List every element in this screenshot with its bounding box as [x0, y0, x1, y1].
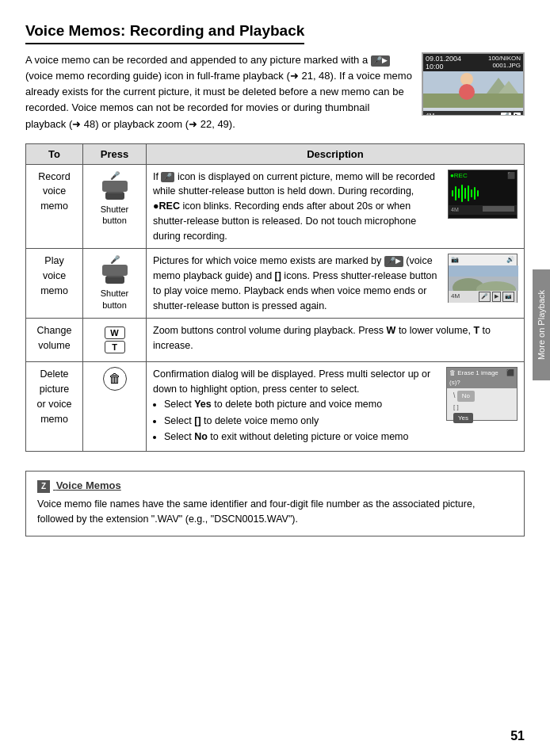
rec-bar: [483, 206, 514, 212]
wave-1: [452, 190, 453, 197]
desc-volume-text: Zoom buttons control volume during playb…: [153, 325, 491, 351]
press-delete: 🗑: [83, 362, 147, 452]
rec-waveform: [449, 181, 517, 205]
shutter-button-icon-play: 🎤 Shutterbutton: [90, 254, 139, 311]
table-row-play: Play voicememo 🎤 Shutterbutton: [26, 249, 525, 319]
desc-delete: 🗑 Erase 1 image (s)? ⬛ \ No [ ]: [147, 362, 525, 452]
svg-rect-12: [102, 265, 128, 276]
cam-photo-svg: [423, 71, 523, 108]
intro-text: A voice memo can be recorded and appende…: [25, 52, 412, 132]
play-icon-play: ▶: [492, 292, 501, 302]
wave-3: [458, 189, 460, 198]
sidebar-tab-label: More on Playback: [537, 290, 546, 360]
cam-resolution: 4M: [426, 112, 434, 116]
note-icon: Z: [37, 480, 50, 493]
trash-icon: 🗑: [103, 367, 127, 391]
cam-bottom: 4M 🎤 ▶: [423, 111, 523, 116]
bracket-bold: []: [194, 415, 201, 426]
volume-label: Changevolume: [37, 325, 72, 351]
del-yes-button: Yes: [453, 413, 473, 423]
cam-top-bar: 09.01.200410:00 100/NIKON0001.JPG: [423, 54, 523, 71]
wave-2: [455, 186, 456, 200]
shutter-button-icon: 🎤 Shutterbutton: [90, 170, 139, 227]
note-title-text: Voice Memos: [56, 479, 121, 491]
del-top-bar: 🗑 Erase 1 image (s)? ⬛: [447, 368, 517, 388]
svg-text:🎤: 🎤: [110, 170, 120, 181]
delete-option-no: Select No to exit without deleting pictu…: [164, 430, 518, 445]
desc-volume: Zoom buttons control volume during playb…: [147, 319, 525, 362]
play-top-right: 🔊: [506, 255, 514, 265]
svg-rect-8: [102, 181, 128, 192]
play-bottom-left: 4M: [451, 292, 460, 302]
play-icon-camera: 📷: [502, 292, 514, 302]
play-icon-mic: 🎤: [479, 292, 491, 302]
del-no-row: \ No: [453, 390, 510, 402]
press-record: 🎤 Shutterbutton: [83, 164, 147, 249]
play-top-bar: 📷 🔊: [449, 254, 517, 265]
svg-text:🎤: 🎤: [110, 254, 120, 265]
page-title: Voice Memos: Recording and Playback: [25, 22, 304, 44]
shutter-label: Shutterbutton: [90, 204, 139, 227]
delete-label: Deletepictureor voicememo: [37, 368, 72, 424]
rec-bottom: 4M: [449, 205, 517, 216]
to-volume: Changevolume: [26, 319, 83, 362]
play-inline-bracket: []: [275, 270, 281, 281]
t-button: T: [105, 341, 125, 353]
rec-indicator: ●REC: [450, 171, 468, 181]
play-inline-mic: 🎤▶: [384, 256, 403, 267]
wave-6: [468, 185, 469, 201]
to-delete: Deletepictureor voicememo: [26, 362, 83, 452]
svg-point-5: [459, 84, 475, 100]
header-press: Press: [83, 143, 147, 164]
rec-inline-icon: 🎤: [161, 172, 174, 183]
intro-area: A voice memo can be recorded and appende…: [25, 52, 525, 132]
shutter-label-play: Shutterbutton: [90, 288, 139, 311]
wave-5: [464, 188, 466, 199]
play-body: [449, 265, 517, 291]
header-description: Description: [147, 143, 525, 164]
rec-corner: ⬛: [507, 171, 515, 181]
desc-play-text: Pictures for which voice memo exists are…: [153, 255, 437, 311]
cam-icons: 🎤 ▶: [501, 113, 521, 116]
play-bottom-bar: 4M 🎤 ▶ 📷: [449, 291, 517, 303]
del-corner: ⬛: [506, 368, 514, 388]
svg-rect-17: [449, 265, 518, 277]
wave-4: [461, 185, 463, 202]
main-table: To Press Description Recordvoicememo: [25, 143, 525, 452]
w-label: W: [387, 325, 396, 336]
svg-point-4: [460, 73, 473, 86]
del-yes-row: Yes: [453, 412, 510, 424]
wave-8: [474, 187, 476, 200]
play-icons: 🎤 ▶ 📷: [479, 292, 514, 302]
wave-9: [477, 190, 479, 197]
mic-icon: 🎤▶: [371, 55, 390, 67]
table-row-record: Recordvoicememo 🎤 Shutterbut: [26, 164, 525, 249]
camera-screen-image: 09.01.200410:00 100/NIKON0001.JPG: [422, 52, 525, 116]
cam-body: [423, 71, 523, 111]
play-label: Play voicememo: [40, 255, 68, 296]
del-body: \ No [ ] Yes: [447, 388, 517, 425]
header-to: To: [26, 143, 83, 164]
desc-record: ●REC ⬛: [147, 164, 525, 249]
note-title: Z Voice Memos: [37, 479, 513, 493]
note-section: Z Voice Memos Voice memo file names have…: [25, 471, 525, 536]
press-play: 🎤 Shutterbutton: [83, 249, 147, 319]
yes-bold: Yes: [194, 399, 212, 410]
desc-record-text: If 🎤 icon is displayed on current pictur…: [153, 171, 435, 242]
table-row-delete: Deletepictureor voicememo 🗑 🗑 Erase 1 im…: [26, 362, 525, 452]
del-no-button: No: [457, 391, 475, 401]
shutter-svg: 🎤: [101, 170, 129, 201]
delete-dialog: 🗑 Erase 1 image (s)? ⬛ \ No [ ]: [446, 367, 518, 421]
wave-7: [471, 189, 472, 197]
rec-screen: ●REC ⬛: [448, 170, 518, 219]
press-volume: W T: [83, 319, 147, 362]
del-bracket-label: [ ]: [453, 403, 459, 410]
del-title: 🗑 Erase 1 image (s)?: [449, 368, 506, 388]
page: Voice Memos: Recording and Playback A vo…: [0, 0, 550, 756]
to-record: Recordvoicememo: [26, 164, 83, 249]
record-label: Recordvoicememo: [38, 171, 70, 212]
del-options: \ No [ ] Yes: [450, 390, 514, 423]
play-top-left: 📷: [451, 255, 459, 265]
table-row-volume: Changevolume W T Zoom buttons control vo…: [26, 319, 525, 362]
zoom-buttons-icon: W T: [90, 326, 139, 353]
